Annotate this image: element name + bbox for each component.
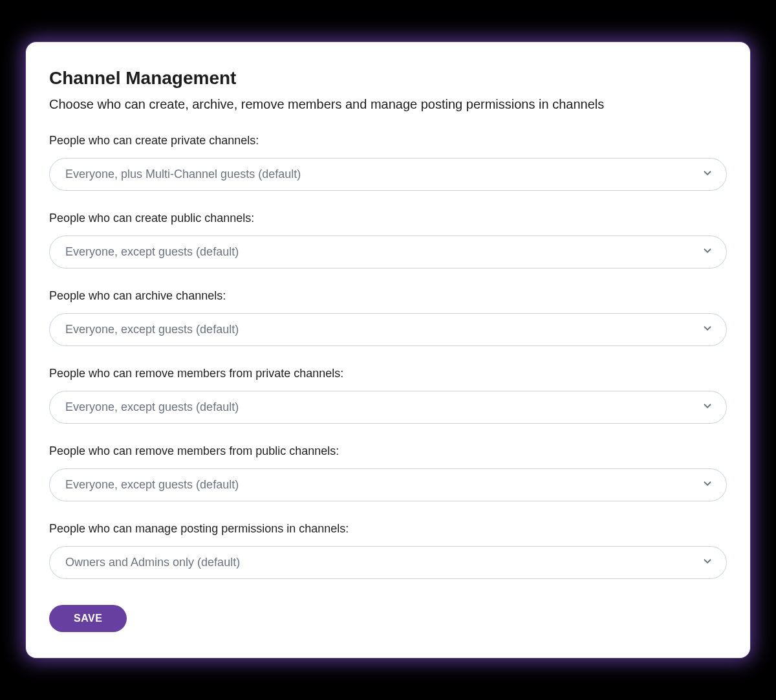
chevron-down-icon [702,245,713,259]
page-subtitle: Choose who can create, archive, remove m… [49,95,727,113]
select-remove-public[interactable]: Everyone, except guests (default) [49,468,727,501]
select-archive[interactable]: Everyone, except guests (default) [49,313,727,346]
field-create-private: People who can create private channels: … [49,134,727,191]
select-create-private[interactable]: Everyone, plus Multi-Channel guests (def… [49,158,727,191]
select-value: Owners and Admins only (default) [65,556,240,569]
field-archive: People who can archive channels: Everyon… [49,289,727,346]
field-label: People who can create public channels: [49,212,727,225]
select-posting-permissions[interactable]: Owners and Admins only (default) [49,546,727,579]
select-value: Everyone, except guests (default) [65,478,239,492]
chevron-down-icon [702,167,713,182]
field-label: People who can manage posting permission… [49,522,727,536]
field-posting-permissions: People who can manage posting permission… [49,522,727,579]
chevron-down-icon [702,322,713,337]
field-label: People who can remove members from publi… [49,444,727,458]
select-value: Everyone, except guests (default) [65,323,239,336]
field-label: People who can create private channels: [49,134,727,148]
chevron-down-icon [702,555,713,570]
chevron-down-icon [702,400,713,415]
chevron-down-icon [702,477,713,492]
select-value: Everyone, plus Multi-Channel guests (def… [65,168,301,181]
field-remove-private: People who can remove members from priva… [49,367,727,424]
page-title: Channel Management [49,68,727,89]
field-label: People who can archive channels: [49,289,727,303]
select-value: Everyone, except guests (default) [65,400,239,414]
channel-management-panel: Channel Management Choose who can create… [26,42,750,658]
select-create-public[interactable]: Everyone, except guests (default) [49,235,727,268]
field-label: People who can remove members from priva… [49,367,727,380]
select-remove-private[interactable]: Everyone, except guests (default) [49,391,727,424]
save-button[interactable]: SAVE [49,605,127,632]
select-value: Everyone, except guests (default) [65,245,239,259]
field-remove-public: People who can remove members from publi… [49,444,727,501]
field-create-public: People who can create public channels: E… [49,212,727,268]
